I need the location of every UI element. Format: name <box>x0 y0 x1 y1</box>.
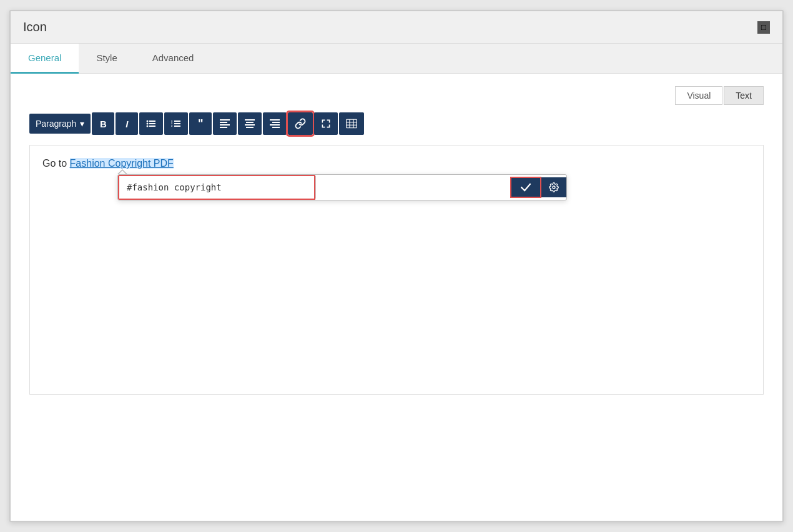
panel: Icon □ General Style Advanced Visual Tex… <box>9 10 784 522</box>
link-url-input[interactable] <box>118 175 315 200</box>
svg-point-3 <box>147 121 149 122</box>
expand-button[interactable] <box>314 112 338 135</box>
svg-rect-17 <box>246 122 254 123</box>
svg-rect-18 <box>245 124 255 126</box>
svg-rect-8 <box>174 126 180 127</box>
svg-rect-23 <box>272 127 280 128</box>
tab-advanced[interactable]: Advanced <box>135 44 212 74</box>
visual-view-button[interactable]: Visual <box>675 86 722 105</box>
link-text-input[interactable] <box>315 176 511 199</box>
paragraph-label: Paragraph <box>36 119 76 129</box>
link-button[interactable] <box>288 112 313 135</box>
link-popup <box>117 174 567 200</box>
svg-rect-1 <box>149 123 155 124</box>
link-submit-button[interactable] <box>510 177 541 198</box>
paragraph-selector[interactable]: Paragraph ▾ <box>29 114 91 134</box>
svg-rect-12 <box>220 119 230 121</box>
bold-button[interactable]: B <box>92 112 114 135</box>
svg-rect-0 <box>149 121 155 122</box>
svg-rect-19 <box>246 127 254 128</box>
svg-rect-16 <box>245 119 255 121</box>
svg-rect-14 <box>220 124 230 126</box>
link-settings-button[interactable] <box>541 177 566 197</box>
svg-point-29 <box>553 186 555 189</box>
panel-header: Icon □ <box>11 11 782 44</box>
svg-rect-7 <box>174 123 180 124</box>
panel-corner-button[interactable]: □ <box>757 21 770 34</box>
unordered-list-button[interactable] <box>139 112 163 135</box>
tab-general[interactable]: General <box>11 44 79 74</box>
svg-rect-6 <box>174 121 180 122</box>
editor-paragraph: Go to Fashion Copyright PDF <box>42 158 751 169</box>
svg-rect-15 <box>220 127 227 128</box>
editor-link[interactable]: Fashion Copyright PDF <box>70 158 174 169</box>
align-center-button[interactable] <box>238 112 262 135</box>
paragraph-dropdown-icon: ▾ <box>80 119 84 129</box>
svg-point-5 <box>147 126 149 127</box>
text-before-link: Go to <box>42 158 70 169</box>
link-popup-arrow <box>117 169 127 174</box>
ordered-list-button[interactable]: 1 2 3 <box>164 112 188 135</box>
tab-style[interactable]: Style <box>79 44 134 74</box>
align-left-button[interactable] <box>213 112 237 135</box>
editor-content: Go to Fashion Copyright PDF <box>29 145 764 395</box>
blockquote-button[interactable]: " <box>189 112 212 135</box>
svg-rect-24 <box>347 119 357 128</box>
svg-rect-20 <box>270 119 280 121</box>
svg-rect-21 <box>272 122 280 123</box>
svg-text:3: 3 <box>171 124 173 127</box>
text-view-button[interactable]: Text <box>724 86 764 105</box>
align-right-button[interactable] <box>263 112 287 135</box>
table-button[interactable] <box>339 112 364 135</box>
svg-point-4 <box>147 123 149 125</box>
tabs-bar: General Style Advanced <box>11 44 782 74</box>
link-popup-container <box>80 174 751 200</box>
svg-rect-13 <box>220 122 227 123</box>
svg-rect-2 <box>149 126 155 127</box>
view-toggle: Visual Text <box>29 86 764 105</box>
panel-body: Visual Text Paragraph ▾ B I 1 2 <box>11 74 782 521</box>
svg-rect-22 <box>270 124 280 126</box>
editor-toolbar: Paragraph ▾ B I 1 2 3 " <box>29 112 764 135</box>
panel-title: Icon <box>23 20 47 34</box>
italic-button[interactable]: I <box>116 112 138 135</box>
